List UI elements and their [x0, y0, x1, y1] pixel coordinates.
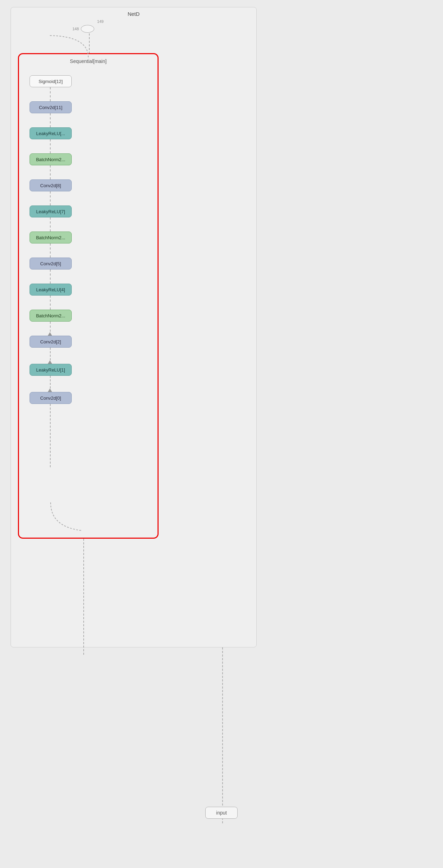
conn-4	[50, 165, 51, 179]
sequential-title: Sequential[main]	[19, 58, 158, 64]
node-conv2d5[interactable]: Conv2d[5]	[30, 258, 72, 270]
curve-top	[18, 29, 123, 57]
node-conv2d8[interactable]: Conv2d[8]	[30, 179, 72, 191]
node-conv2d2[interactable]: Conv2d[2]	[30, 336, 72, 348]
canvas: NetD 148 149 Sequential[main] Sigmoid[12…	[0, 0, 443, 868]
node-conv2d11[interactable]: Conv2d[11]	[30, 101, 72, 113]
conn-8	[50, 270, 51, 284]
connector-to-input	[222, 647, 223, 823]
output-label-149: 149	[97, 19, 103, 24]
conn-7	[50, 243, 51, 258]
curve-bottom-left	[19, 502, 89, 538]
node-leakyrelu10[interactable]: LeakyReLU[...	[30, 127, 72, 139]
node-leakyrelu1[interactable]: LeakyReLU[1]	[30, 364, 72, 376]
conn-bottom-inner	[50, 404, 51, 467]
arrow-up-10	[48, 332, 52, 336]
node-leakyrelu4[interactable]: LeakyReLU[4]	[30, 284, 72, 296]
input-node[interactable]: input	[205, 807, 238, 819]
node-batchnorm6[interactable]: BatchNorm2...	[30, 232, 72, 243]
arrow-up-12	[48, 388, 52, 392]
node-batchnorm3[interactable]: BatchNorm2...	[30, 310, 72, 322]
conn-1	[50, 87, 51, 101]
node-leakyrelu7[interactable]: LeakyReLU[7]	[30, 205, 72, 217]
connector-bottom-main	[83, 539, 84, 655]
netd-title: NetD	[11, 11, 256, 17]
conn-6	[50, 217, 51, 232]
conn-9	[50, 296, 51, 310]
conn-2	[50, 113, 51, 127]
conn-3	[50, 139, 51, 153]
node-batchnorm9[interactable]: BatchNorm2...	[30, 153, 72, 165]
sequential-box: Sequential[main] Sigmoid[12] Conv2d[11] …	[18, 53, 159, 539]
conn-5	[50, 191, 51, 205]
arrow-up-11	[48, 360, 52, 364]
netd-container: NetD 148 149 Sequential[main] Sigmoid[12…	[11, 7, 257, 647]
node-conv2d0[interactable]: Conv2d[0]	[30, 392, 72, 404]
node-sigmoid12[interactable]: Sigmoid[12]	[30, 75, 72, 87]
